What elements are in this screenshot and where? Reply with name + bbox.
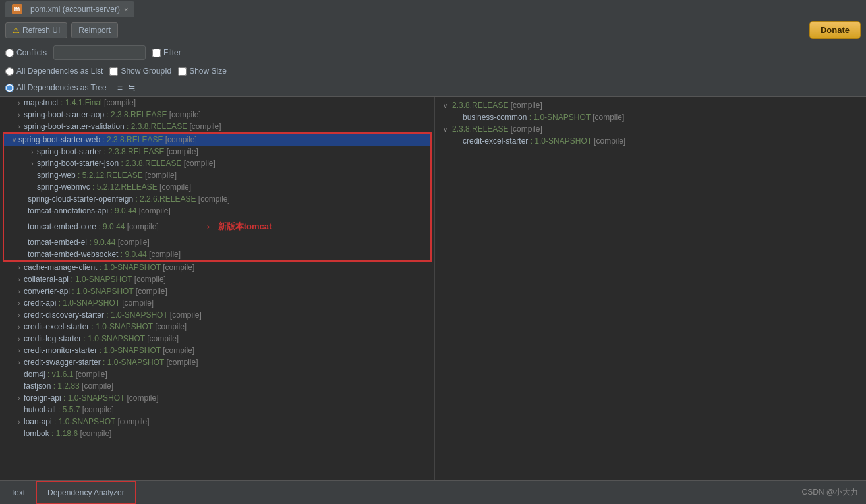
expand-arrow xyxy=(14,370,24,379)
list-item[interactable]: spring-web : 5.2.12.RELEASE [compile] xyxy=(4,169,430,181)
expand-arrow xyxy=(18,222,28,231)
list-item[interactable]: › spring-boot-starter-validation : 2.3.8… xyxy=(0,121,434,132)
dep-text: spring-boot-starter : 2.3.8.RELEASE [com… xyxy=(37,147,198,156)
list-item[interactable]: spring-cloud-starter-openfeign : 2.2.6.R… xyxy=(4,193,430,205)
list-item[interactable]: dom4j : v1.6.1 [compile] xyxy=(0,368,434,380)
refresh-ui-button[interactable]: ⚠ Refresh UI xyxy=(5,22,67,38)
list-item[interactable]: › spring-boot-starter : 2.3.8.RELEASE [c… xyxy=(4,146,430,157)
expand-arrow xyxy=(18,238,28,247)
list-item[interactable]: › credit-discovery-starter : 1.0-SNAPSHO… xyxy=(0,309,434,321)
file-tab[interactable]: m pom.xml (account-server) × xyxy=(5,1,134,17)
title-bar: m pom.xml (account-server) × xyxy=(0,0,866,18)
dep-text: credit-discovery-starter : 1.0-SNAPSHOT … xyxy=(24,310,202,320)
show-groupid-checkbox[interactable] xyxy=(109,67,118,76)
right-section-header[interactable]: ∨ 2.3.8.RELEASE [compile] xyxy=(435,123,866,135)
list-item[interactable]: fastjson : 1.2.83 [compile] xyxy=(0,380,434,392)
tab-dependency-analyzer[interactable]: Dependency Analyzer xyxy=(36,481,136,504)
all-deps-tree-radio-label[interactable]: All Dependencies as Tree xyxy=(5,83,107,92)
expand-arrow xyxy=(453,113,463,122)
list-item[interactable]: › loan-api : 1.0-SNAPSHOT [compile] xyxy=(0,416,434,428)
dep-text: hutool-all : 5.5.7 [compile] xyxy=(24,405,114,414)
conflicts-row: Conflicts Filter xyxy=(0,42,866,63)
list-item[interactable]: › converter-api : 1.0-SNAPSHOT [compile] xyxy=(0,285,434,297)
all-deps-list-radio[interactable] xyxy=(5,67,14,76)
all-deps-tree-radio[interactable] xyxy=(5,84,14,92)
donate-label: Donate xyxy=(821,25,850,35)
donate-button[interactable]: Donate xyxy=(809,21,861,39)
dep-text: lombok : 1.18.6 [compile] xyxy=(24,429,111,438)
dep-text: tomcat-embed-core : 9.0.44 [compile] xyxy=(28,222,159,231)
list-item[interactable]: › credit-api : 1.0-SNAPSHOT [compile] xyxy=(0,297,434,309)
reimport-button[interactable]: Reimport xyxy=(71,22,118,38)
expand-arrow: › xyxy=(14,98,24,107)
list-item[interactable]: › credit-monitor-starter : 1.0-SNAPSHOT … xyxy=(0,345,434,356)
expand-arrow: › xyxy=(14,417,24,426)
file-icon: m xyxy=(12,4,22,14)
dep-text: credit-log-starter : 1.0-SNAPSHOT [compi… xyxy=(24,334,179,343)
list-item[interactable]: spring-webmvc : 5.2.12.RELEASE [compile] xyxy=(4,181,430,193)
all-deps-tree-label: All Dependencies as Tree xyxy=(16,83,107,92)
dep-text: 2.3.8.RELEASE [compile] xyxy=(452,125,542,134)
list-item[interactable]: › mapstruct : 1.4.1.Final [compile] xyxy=(0,97,434,109)
dep-text: credit-api : 1.0-SNAPSHOT [compile] xyxy=(24,298,154,308)
list-item[interactable]: tomcat-annotations-api : 9.0.44 [compile… xyxy=(4,205,430,217)
search-input[interactable] xyxy=(53,45,146,60)
tab-text-label: Text xyxy=(11,488,25,497)
red-outline-group: ∨ spring-boot-starter-web : 2.3.8.RELEAS… xyxy=(3,132,432,262)
list-item[interactable]: › spring-boot-starter-aop : 2.3.8.RELEAS… xyxy=(0,109,434,121)
dep-text: business-common : 1.0-SNAPSHOT [compile] xyxy=(463,113,624,122)
dep-text: spring-boot-starter-validation : 2.3.8.R… xyxy=(24,122,221,131)
dep-text: spring-boot-starter-json : 2.3.8.RELEASE… xyxy=(37,159,216,168)
filter-checkbox-label[interactable]: Filter xyxy=(152,48,181,57)
expand-arrow: ∨ xyxy=(440,125,449,134)
annotation-text: 新版本tomcat xyxy=(218,221,272,233)
conflicts-radio[interactable] xyxy=(5,49,14,57)
dep-text: spring-cloud-starter-openfeign : 2.2.6.R… xyxy=(28,194,230,204)
list-item[interactable]: › credit-excel-starter : 1.0-SNAPSHOT [c… xyxy=(0,321,434,333)
show-size-checkbox-label[interactable]: Show Size xyxy=(178,67,227,76)
right-child-item[interactable]: credit-excel-starter : 1.0-SNAPSHOT [com… xyxy=(435,135,866,147)
tab-dep-analyzer-label: Dependency Analyzer xyxy=(47,488,125,497)
expand-arrow: › xyxy=(14,263,24,272)
list-item[interactable]: lombok : 1.18.6 [compile] xyxy=(0,428,434,439)
list-item[interactable]: tomcat-embed-el : 9.0.44 [compile] xyxy=(4,237,430,248)
filter-checkbox[interactable] xyxy=(152,49,161,57)
dep-text: credit-excel-starter : 1.0-SNAPSHOT [com… xyxy=(463,136,625,146)
list-item[interactable]: › credit-swagger-starter : 1.0-SNAPSHOT … xyxy=(0,356,434,368)
warning-icon: ⚠ xyxy=(13,26,20,35)
list-item[interactable]: › foreign-api : 1.0-SNAPSHOT [compile] xyxy=(0,392,434,404)
list-item[interactable]: › cache-manage-client : 1.0-SNAPSHOT [co… xyxy=(0,262,434,273)
left-panel: › mapstruct : 1.4.1.Final [compile] › sp… xyxy=(0,97,435,480)
sort-button-2[interactable]: ≒ xyxy=(127,82,137,93)
tab-text[interactable]: Text xyxy=(0,481,36,504)
all-deps-list-label: All Dependencies as List xyxy=(16,67,103,76)
all-deps-list-radio-label[interactable]: All Dependencies as List xyxy=(5,67,103,76)
list-item[interactable]: ∨ spring-boot-starter-web : 2.3.8.RELEAS… xyxy=(4,134,430,146)
expand-arrow xyxy=(28,171,37,180)
close-tab-button[interactable]: × xyxy=(124,5,128,13)
expand-arrow xyxy=(28,182,37,192)
dep-text: converter-api : 1.0-SNAPSHOT [compile] xyxy=(24,287,167,296)
dep-text: loan-api : 1.0-SNAPSHOT [compile] xyxy=(24,417,150,426)
dep-text: credit-monitor-starter : 1.0-SNAPSHOT [c… xyxy=(24,346,194,355)
show-size-checkbox[interactable] xyxy=(178,67,187,76)
conflicts-radio-label[interactable]: Conflicts xyxy=(5,48,47,57)
expand-arrow: › xyxy=(14,334,24,343)
right-child-item[interactable]: business-common : 1.0-SNAPSHOT [compile] xyxy=(435,111,866,123)
dep-text: tomcat-embed-el : 9.0.44 [compile] xyxy=(28,238,150,247)
right-section-header[interactable]: ∨ 2.3.8.RELEASE [compile] xyxy=(435,99,866,111)
list-item[interactable]: › credit-log-starter : 1.0-SNAPSHOT [com… xyxy=(0,333,434,345)
expand-arrow: › xyxy=(14,322,24,331)
list-item[interactable]: hutool-all : 5.5.7 [compile] xyxy=(0,404,434,416)
sort-button-1[interactable]: ≡ xyxy=(116,82,124,93)
filter-label: Filter xyxy=(163,48,181,57)
expand-arrow xyxy=(14,381,24,391)
show-groupid-label: Show GroupId xyxy=(121,67,171,76)
list-item[interactable]: tomcat-embed-websocket : 9.0.44 [compile… xyxy=(4,248,430,260)
bottom-right-watermark: CSDN @小大力 xyxy=(801,481,866,504)
list-item[interactable]: › spring-boot-starter-json : 2.3.8.RELEA… xyxy=(4,157,430,169)
list-item[interactable]: tomcat-embed-core : 9.0.44 [compile] → 新… xyxy=(4,217,430,237)
list-item[interactable]: › collateral-api : 1.0-SNAPSHOT [compile… xyxy=(0,273,434,285)
dep-text: fastjson : 1.2.83 [compile] xyxy=(24,381,113,391)
show-groupid-checkbox-label[interactable]: Show GroupId xyxy=(109,67,171,76)
